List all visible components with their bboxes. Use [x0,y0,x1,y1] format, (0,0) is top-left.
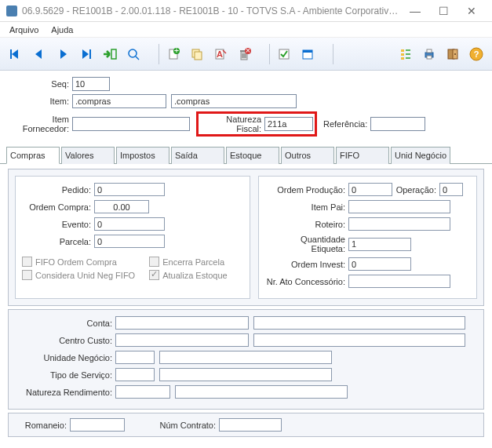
nat-rend-label: Natureza Rendimento: [15,388,115,397]
prev-button[interactable] [28,42,50,66]
nat-fiscal-highlight: Natureza Fiscal: [196,111,317,137]
titlebar: 06.9.5629 - RE1001B - 2.00.01.118 - RE10… [0,0,492,22]
nr-ato-input[interactable] [348,275,450,288]
nat-rend-desc-input[interactable] [175,385,348,399]
ordem-invest-input[interactable] [348,257,411,271]
roteiro-input[interactable] [348,217,450,231]
minimize-button[interactable]: — [401,2,429,20]
new-button[interactable]: + [162,42,184,66]
tab-saida[interactable]: Saída [171,147,224,164]
tab-valores[interactable]: Valores [61,147,115,164]
tab-outros[interactable]: Outros [281,147,334,164]
seq-label: Seq: [8,79,72,89]
chk-encerra-parcela[interactable]: Encerra Parcela [149,257,228,267]
ccusto-input[interactable] [115,333,249,347]
print-button[interactable] [418,42,440,66]
tab-unid-negocio[interactable]: Unid Negócio [391,147,450,164]
last-button[interactable] [75,42,97,66]
svg-point-34 [454,53,456,55]
conta-label: Conta: [15,319,115,328]
delete-button[interactable]: × [233,42,255,66]
chk-atualiza-estoque[interactable]: Atualiza Estoque [149,270,228,280]
close-button[interactable]: ✕ [457,2,486,20]
copy-button[interactable] [186,42,208,66]
go-button[interactable] [99,42,121,66]
seq-input[interactable] [72,77,110,91]
calendar-button[interactable] [297,42,319,66]
help-button[interactable]: ? [465,42,487,66]
item-input[interactable] [72,94,166,108]
unid-neg-label: Unidade Negócio: [15,353,115,362]
right-column: Ordem Produção: Operação: Item Pai: Rote… [258,176,477,299]
num-contrato-input[interactable] [219,418,282,432]
item-pai-label: Item Pai: [265,202,348,212]
pedido-input[interactable] [94,183,165,196]
romaneio-input[interactable] [70,418,125,432]
ordem-compra-label: Ordem Compra: [22,202,94,212]
panel-compras: Pedido: Ordem Compra: Evento: Parcela: F… [8,169,484,306]
pedido-label: Pedido: [22,185,94,195]
search-button[interactable] [122,42,144,66]
operacao-input[interactable] [439,183,463,196]
chk-fifo-ordem[interactable]: FIFO Ordem Compra [22,257,135,267]
checkbox-icon [149,257,159,267]
svg-rect-8 [195,52,202,60]
menu-ajuda[interactable]: Ajuda [45,24,79,36]
referencia-input[interactable] [370,117,425,131]
tipo-serv-input[interactable] [115,368,155,381]
nat-fiscal-input[interactable] [264,117,313,131]
ordem-prod-input[interactable] [348,183,392,196]
first-button[interactable] [5,42,27,66]
item-pai-input[interactable] [348,200,450,213]
svg-text:×: × [246,47,250,55]
item-fornec-input[interactable] [72,117,190,131]
app-icon [6,5,17,16]
nat-rend-input[interactable] [115,385,170,399]
tab-estoque[interactable]: Estoque [226,147,279,164]
checkbox-icon [22,257,32,267]
chk-considera-unid[interactable]: Considera Unid Neg FIFO [22,270,135,280]
qtd-etiq-label: Quantidade Etiqueta: [265,235,348,253]
ccusto-desc-input[interactable] [253,333,465,347]
qtd-etiq-input[interactable] [348,238,411,251]
confirm-button[interactable] [273,42,295,66]
svg-rect-0 [10,49,12,59]
unid-neg-desc-input[interactable] [159,351,332,364]
nr-ato-label: Nr. Ato Concessório: [265,277,348,286]
tab-fifo[interactable]: FIFO [336,147,389,164]
svg-rect-1 [89,49,91,59]
menu-arquivo[interactable]: Arquivo [3,24,45,36]
roteiro-label: Roteiro: [265,220,348,229]
conta-desc-input[interactable] [253,316,465,330]
svg-rect-30 [427,49,432,53]
tab-compras[interactable]: Compras [6,147,60,164]
evento-input[interactable] [94,217,165,231]
tab-impostos[interactable]: Impostos [116,147,169,164]
edit-button[interactable]: A [210,42,231,66]
panel-footer: Romaneio: Núm Contrato: [8,413,484,437]
exit-button[interactable] [442,42,464,66]
item-desc-input[interactable] [171,94,297,108]
tree-button[interactable] [395,42,417,66]
evento-label: Evento: [22,220,94,229]
tabstrip: Compras Valores Impostos Saída Estoque O… [0,146,492,164]
svg-point-2 [129,49,137,57]
nat-fiscal-label: Natureza Fiscal: [200,115,264,133]
tipo-serv-desc-input[interactable] [159,368,332,381]
svg-rect-31 [427,56,432,59]
checkbox-icon [22,270,32,280]
svg-text:+: + [174,47,179,55]
conta-input[interactable] [115,316,249,330]
ordem-compra-input[interactable] [94,200,149,213]
svg-rect-20 [303,50,312,53]
item-label: Item: [8,97,72,106]
left-column: Pedido: Ordem Compra: Evento: Parcela: F… [15,176,250,299]
maximize-button[interactable]: ☐ [429,2,457,20]
parcela-input[interactable] [94,235,165,248]
unid-neg-input[interactable] [115,351,155,364]
form-header: Seq: Item: Item Fornecedor: Natureza Fis… [0,71,492,144]
svg-text:?: ? [474,49,479,59]
window-title: 06.9.5629 - RE1001B - 2.00.01.118 - RE10… [22,5,401,16]
next-button[interactable] [52,42,74,66]
item-fornec-label: Item Fornecedor: [8,115,72,133]
